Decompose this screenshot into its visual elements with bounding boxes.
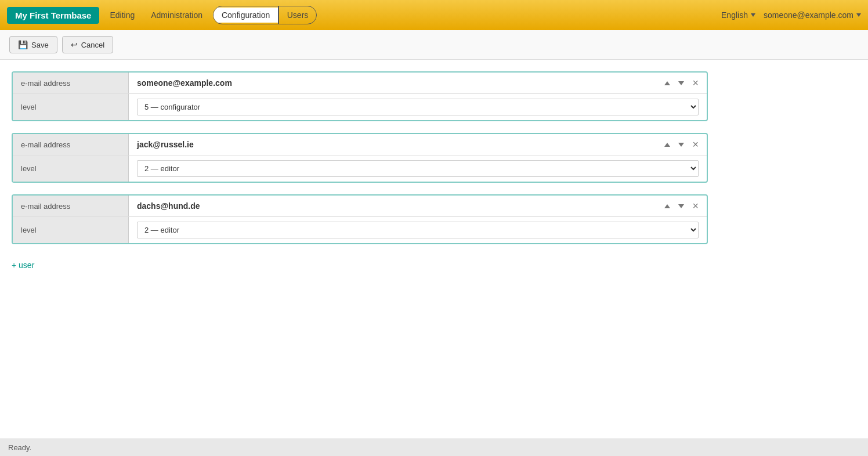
move-up-button-1[interactable]: [662, 139, 672, 150]
email-field-label-1: e-mail address: [13, 134, 129, 155]
remove-user-button-1[interactable]: ×: [690, 137, 701, 152]
level-select-2[interactable]: 1 — read2 — editor3 — advanced editor4 —…: [137, 222, 699, 238]
cancel-icon: ↩: [71, 40, 78, 49]
cancel-label: Cancel: [81, 41, 104, 49]
email-field-actions-2: ×: [656, 196, 707, 216]
move-down-button-2[interactable]: [676, 201, 686, 211]
user-card-0: e-mail addresssomeone@example.com×level1…: [12, 71, 708, 121]
up-arrow-icon: [664, 204, 670, 208]
move-down-button-0[interactable]: [676, 78, 686, 88]
down-arrow-icon: [678, 143, 684, 147]
user-card-2: e-mail addressdachs@hund.de×level1 — rea…: [12, 194, 708, 244]
user-email-label: someone@example.com: [764, 10, 853, 20]
user-selector[interactable]: someone@example.com: [764, 10, 861, 20]
user-dropdown-icon: [856, 13, 861, 17]
level-select-wrapper-2: 1 — read2 — editor3 — advanced editor4 —…: [129, 217, 707, 243]
language-dropdown-icon: [751, 13, 755, 17]
level-select-wrapper-1: 1 — read2 — editor3 — advanced editor4 —…: [129, 155, 707, 182]
top-bar-right: English someone@example.com: [721, 10, 861, 20]
email-field-label-0: e-mail address: [13, 73, 129, 93]
user-card-1: e-mail addressjack@russel.ie×level1 — re…: [12, 133, 708, 183]
level-select-wrapper-0: 1 — read2 — editor3 — advanced editor4 —…: [129, 94, 707, 120]
level-row-2: level1 — read2 — editor3 — advanced edit…: [13, 217, 707, 243]
top-bar: My First Termbase Editing Administration…: [0, 0, 868, 30]
toolbar: 💾 Save ↩ Cancel: [0, 30, 868, 60]
level-select-0[interactable]: 1 — read2 — editor3 — advanced editor4 —…: [137, 99, 699, 115]
level-field-label-0: level: [13, 94, 129, 120]
level-field-label-2: level: [13, 217, 129, 243]
email-field-value-1: jack@russel.ie: [129, 134, 656, 155]
cancel-button[interactable]: ↩ Cancel: [62, 36, 113, 53]
nav-tab-users[interactable]: Users: [279, 8, 317, 23]
level-field-label-1: level: [13, 155, 129, 182]
language-selector[interactable]: English: [721, 10, 755, 20]
down-arrow-icon: [678, 81, 684, 85]
language-label: English: [721, 10, 748, 20]
level-row-1: level1 — read2 — editor3 — advanced edit…: [13, 155, 707, 182]
level-select-1[interactable]: 1 — read2 — editor3 — advanced editor4 —…: [137, 160, 699, 177]
users-list: e-mail addresssomeone@example.com×level1…: [12, 71, 856, 244]
nav-tab-group: Configuration Users: [213, 6, 317, 24]
save-icon: 💾: [18, 40, 28, 49]
down-arrow-icon: [678, 204, 684, 208]
email-field-value-0: someone@example.com: [129, 73, 656, 93]
move-up-button-0[interactable]: [662, 78, 672, 88]
email-row-0: e-mail addresssomeone@example.com×: [13, 73, 707, 94]
email-field-actions-1: ×: [656, 134, 707, 155]
remove-user-button-2[interactable]: ×: [690, 199, 701, 213]
nav-editing[interactable]: Editing: [104, 7, 140, 23]
save-button[interactable]: 💾 Save: [9, 36, 57, 53]
save-label: Save: [31, 41, 49, 49]
remove-user-button-0[interactable]: ×: [690, 76, 701, 91]
email-field-value-2: dachs@hund.de: [129, 196, 656, 216]
main-content: e-mail addresssomeone@example.com×level1…: [0, 60, 868, 284]
up-arrow-icon: [664, 81, 670, 85]
email-field-actions-0: ×: [656, 73, 707, 93]
level-row-0: level1 — read2 — editor3 — advanced edit…: [13, 94, 707, 120]
move-down-button-1[interactable]: [676, 139, 686, 150]
app-title[interactable]: My First Termbase: [7, 7, 99, 24]
email-field-label-2: e-mail address: [13, 196, 129, 216]
nav-tab-configuration[interactable]: Configuration: [214, 8, 278, 23]
email-row-2: e-mail addressdachs@hund.de×: [13, 196, 707, 217]
add-user-button[interactable]: + user: [12, 258, 34, 272]
move-up-button-2[interactable]: [662, 201, 672, 211]
up-arrow-icon: [664, 143, 670, 147]
nav-administration[interactable]: Administration: [145, 7, 208, 23]
email-row-1: e-mail addressjack@russel.ie×: [13, 134, 707, 155]
